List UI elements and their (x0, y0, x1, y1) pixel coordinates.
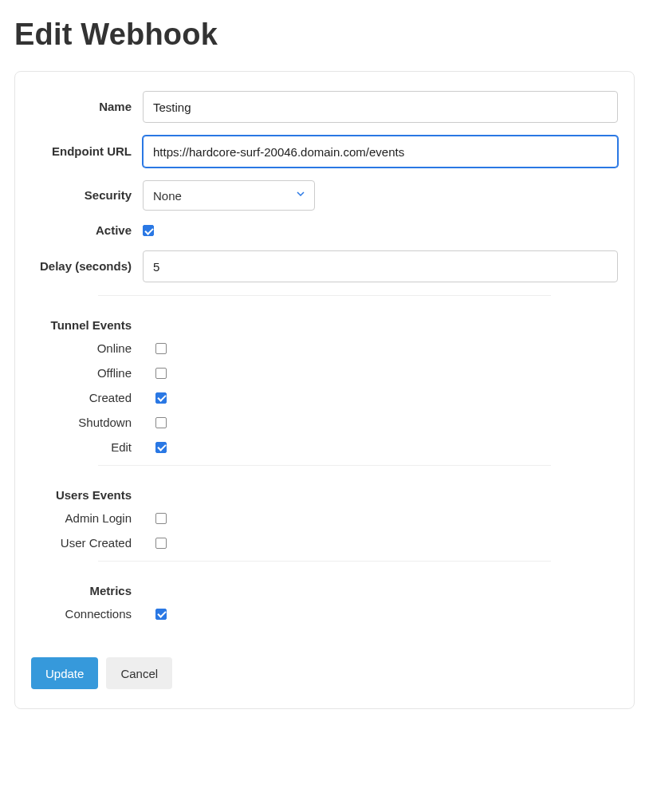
metrics-event-checkbox-connections[interactable] (155, 609, 167, 620)
users-event-checkbox-admin-login[interactable] (155, 513, 167, 524)
security-label: Security (31, 188, 143, 203)
users-event-label-admin-login: Admin Login (31, 511, 143, 525)
tunnel-event-checkbox-online[interactable] (155, 343, 167, 354)
active-checkbox[interactable] (143, 225, 154, 236)
security-select-value: None (153, 189, 182, 203)
tunnel-event-label-offline: Offline (31, 366, 143, 380)
page-title: Edit Webhook (14, 18, 635, 52)
tunnel-event-label-edit: Edit (31, 440, 143, 454)
security-select[interactable]: None (143, 180, 315, 211)
webhook-edit-card: Name Endpoint URL Security None (14, 71, 635, 709)
name-input[interactable] (143, 91, 618, 123)
name-label: Name (31, 100, 143, 114)
tunnel-event-checkbox-shutdown[interactable] (155, 417, 167, 428)
delay-label: Delay (seconds) (31, 259, 143, 274)
tunnel-event-checkbox-offline[interactable] (155, 368, 167, 379)
tunnel-event-label-shutdown: Shutdown (31, 416, 143, 429)
cancel-button[interactable]: Cancel (106, 657, 172, 689)
endpoint-url-label: Endpoint URL (31, 144, 143, 159)
separator (98, 295, 551, 296)
metrics-event-label-connections: Connections (31, 607, 143, 621)
tunnel-event-label-created: Created (31, 391, 143, 404)
separator (98, 561, 551, 562)
tunnel-event-checkbox-created[interactable] (155, 392, 167, 404)
separator (98, 465, 551, 466)
delay-input[interactable] (143, 250, 618, 282)
endpoint-url-input[interactable] (143, 136, 618, 168)
active-label: Active (31, 223, 143, 238)
update-button[interactable]: Update (31, 657, 98, 689)
tunnel-events-title: Tunnel Events (31, 318, 143, 332)
tunnel-event-checkbox-edit[interactable] (155, 442, 167, 453)
users-event-checkbox-user-created[interactable] (155, 538, 167, 549)
tunnel-event-label-online: Online (31, 341, 143, 355)
users-events-title: Users Events (31, 488, 143, 502)
metrics-title: Metrics (31, 584, 143, 597)
users-event-label-user-created: User Created (31, 536, 143, 550)
